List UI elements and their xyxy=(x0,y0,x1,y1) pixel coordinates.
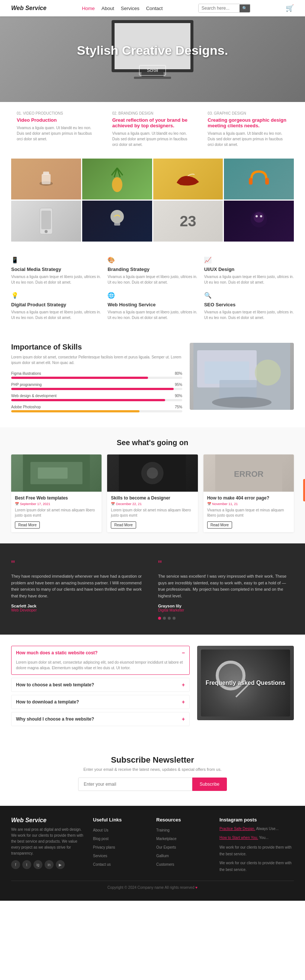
svg-point-14 xyxy=(260,215,262,217)
cart-icon[interactable]: 🛒 xyxy=(286,4,294,12)
newsletter-section: Subscribe Newsletter Enter your email & … xyxy=(0,740,305,806)
footer-resource-customers-anchor[interactable]: Customers xyxy=(156,862,174,867)
footer-link-services-anchor[interactable]: Services xyxy=(93,854,107,858)
gallery-item-headphones[interactable] xyxy=(224,159,294,199)
footer-grid: Web Service We are real pros at digital … xyxy=(11,817,294,873)
svg-point-9 xyxy=(110,210,124,223)
services-row: 01. VIDEO PRODUCTIONS Video Production V… xyxy=(11,111,294,147)
gallery-item-phone[interactable] xyxy=(11,200,81,242)
newsletter-subscribe-button[interactable]: Subscribe xyxy=(192,778,227,791)
instagram-icon[interactable]: ig xyxy=(33,860,42,869)
svg-point-26 xyxy=(147,468,158,479)
footer-instagram-title: Instagram posts xyxy=(219,817,294,822)
svg-point-8 xyxy=(44,230,48,233)
svg-rect-23 xyxy=(38,468,68,479)
feature-seo: 🔍 SEO Services Vivamus a ligula quam teq… xyxy=(204,292,294,320)
orange-accent-bar xyxy=(303,479,305,501)
testimonials-inner: " They have responded immediately whenev… xyxy=(11,558,294,620)
svg-point-12 xyxy=(254,212,264,223)
service-title-2: Great reflection of your brand be achiev… xyxy=(112,117,193,129)
feature-digital: 💡 Digital Product Strategy Vivamus a lig… xyxy=(11,292,101,320)
footer-resource-marketplace: Marketplace xyxy=(156,835,212,842)
blog-read-1[interactable]: Read More xyxy=(15,522,40,528)
dot-4[interactable] xyxy=(173,617,176,620)
skill-figma-percent: 80% xyxy=(175,371,182,375)
facebook-icon[interactable]: f xyxy=(11,860,20,869)
blog-grid: Best Free Web templates 📅 September 17, … xyxy=(11,455,294,532)
footer-instagram-items: Practice Safe Design. Always Use... How … xyxy=(219,826,294,873)
gallery-item-bulb[interactable] xyxy=(82,200,152,242)
feature-branding-title: Branding Strategy xyxy=(108,266,197,272)
gallery-cup-img xyxy=(11,159,81,199)
footer-resource-training-anchor[interactable]: Training xyxy=(156,828,170,832)
skill-php-percent: 95% xyxy=(175,383,182,387)
features-grid: 📱 Social Media Strategy Vivamus a ligula… xyxy=(11,256,294,320)
footer-useful-links: Useful Links About Us Blog post Privacy … xyxy=(93,817,149,873)
footer: Web Service We are real pros at digital … xyxy=(0,806,305,901)
nav-about[interactable]: About xyxy=(102,6,114,11)
svg-rect-2 xyxy=(43,172,49,175)
nav-services[interactable]: Services xyxy=(121,6,140,11)
gallery-item-face[interactable] xyxy=(224,200,294,242)
footer-desc: We are real pros at digital and web desi… xyxy=(11,827,86,856)
service-item-video: 01. VIDEO PRODUCTIONS Video Production V… xyxy=(11,111,103,147)
footer-resources-list: Training Marketplace Our Experts Gallium… xyxy=(156,826,212,867)
footer-resource-experts-anchor[interactable]: Our Experts xyxy=(156,845,176,850)
skills-section: Importance of Skills Lorem ipsum dolor s… xyxy=(0,332,305,427)
svg-point-3 xyxy=(112,177,122,192)
footer-insta-text-2: You... xyxy=(259,835,268,840)
footer-social-links: f t ig in ▶ xyxy=(11,860,86,869)
quote-icon-2: " xyxy=(158,558,294,570)
footer-heart: ♥ xyxy=(195,885,197,889)
footer-insta-link-1[interactable]: Practice Safe Design. xyxy=(219,827,255,831)
faq-question-4[interactable]: Why should I choose a free website? + xyxy=(11,713,189,726)
gallery-item-shoe[interactable] xyxy=(153,159,223,199)
faq-item-3: How to download a template? + xyxy=(11,695,190,709)
nav-contact[interactable]: Contact xyxy=(146,6,163,11)
skill-figma-track xyxy=(11,377,182,379)
search-button[interactable]: 🔍 xyxy=(240,5,250,12)
scroll-button[interactable]: Scroll xyxy=(139,65,166,76)
faq-question-1[interactable]: How much does a static website cost? − xyxy=(11,646,189,660)
blog-img-2 xyxy=(107,455,197,492)
footer-instagram: Instagram posts Practice Safe Design. Al… xyxy=(219,817,294,873)
youtube-icon[interactable]: ▶ xyxy=(56,860,65,869)
skill-figma-name: Figma illustrations xyxy=(11,371,41,375)
footer-link-blog: Blog post xyxy=(93,835,149,842)
svg-rect-1 xyxy=(42,174,51,184)
footer-link-contact-anchor[interactable]: Contact us xyxy=(93,862,111,867)
faq-toggle-3: + xyxy=(182,699,185,705)
linkedin-icon[interactable]: in xyxy=(44,860,54,869)
gallery-item-cup[interactable] xyxy=(11,159,81,199)
testimonial-1: " They have responded immediately whenev… xyxy=(11,558,147,620)
gallery-item-pineapple[interactable] xyxy=(82,159,152,199)
nav-links: Home About Services Contact xyxy=(82,6,162,11)
footer-insta-post-1: Practice Safe Design. Always Use... xyxy=(219,826,294,832)
blog-body-3: How to make 404 error page? 📅 November 1… xyxy=(203,492,294,532)
blog-read-3[interactable]: Read More xyxy=(207,522,232,528)
footer-insta-link-2[interactable]: How to Start when You. xyxy=(219,835,258,840)
footer-resource-gallium: Gallium xyxy=(156,852,212,859)
nav-home[interactable]: Home xyxy=(82,6,95,11)
dot-2[interactable] xyxy=(163,617,166,620)
footer-link-about-anchor[interactable]: About Us xyxy=(93,828,108,832)
dot-3[interactable] xyxy=(168,617,171,620)
skills-content: Importance of Skills Lorem ipsum dolor s… xyxy=(11,343,182,416)
blog-read-2[interactable]: Read More xyxy=(111,522,136,528)
twitter-icon[interactable]: t xyxy=(22,860,31,869)
faq-question-2[interactable]: How to choose a best web template? + xyxy=(11,678,189,692)
blog-body-1: Best Free Web templates 📅 September 17, … xyxy=(11,492,102,532)
search-input[interactable] xyxy=(199,4,240,12)
footer-resource-gallium-anchor[interactable]: Gallium xyxy=(156,854,169,858)
svg-rect-4 xyxy=(249,178,253,185)
newsletter-email-input[interactable] xyxy=(78,778,192,791)
footer-link-privacy-anchor[interactable]: Privacy plans xyxy=(93,845,115,850)
dot-1[interactable] xyxy=(158,617,161,620)
footer-resource-marketplace-anchor[interactable]: Marketplace xyxy=(156,837,176,841)
seo-icon: 🔍 xyxy=(204,292,294,299)
footer-link-blog-anchor[interactable]: Blog post xyxy=(93,837,109,841)
blog-date-1: 📅 September 17, 2021 xyxy=(15,502,98,506)
faq-question-3[interactable]: How to download a template? + xyxy=(11,695,189,709)
skill-figma-label: Figma illustrations 80% xyxy=(11,371,182,375)
gallery-item-number[interactable]: 23 xyxy=(153,200,223,242)
